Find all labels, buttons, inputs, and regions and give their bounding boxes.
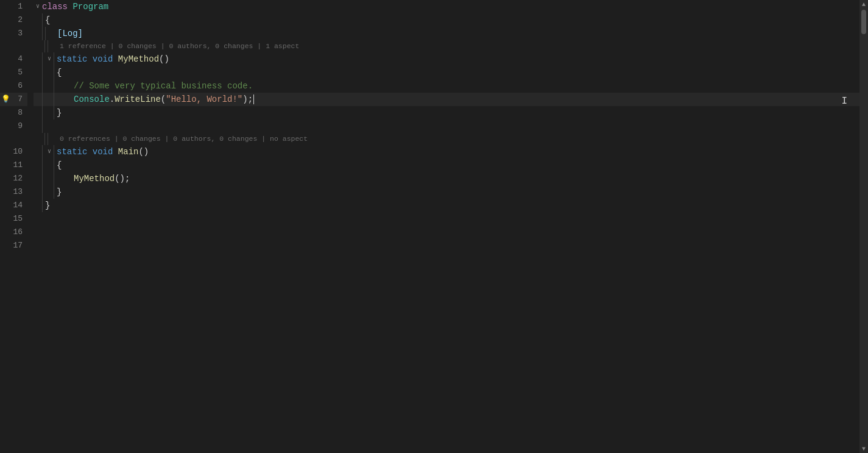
line-num-2: 2	[0, 13, 27, 27]
code-line-9[interactable]	[34, 119, 859, 133]
line-num-5: 5	[0, 66, 27, 79]
class-name: Program	[72, 0, 108, 13]
code-line-8[interactable]: }	[34, 106, 859, 119]
line-num-17: 17	[0, 239, 27, 252]
line-num-15: 15	[0, 212, 27, 226]
collapse-btn-10[interactable]: ∨	[45, 145, 54, 159]
line-num-6: 6	[0, 79, 27, 93]
line-num-14: 14	[0, 199, 27, 212]
code-line-10[interactable]: ∨ static void Main()	[34, 145, 859, 159]
code-line-1[interactable]: ∨ class Program	[34, 0, 859, 13]
code-line-12[interactable]: MyMethod();	[34, 172, 859, 185]
line-num-8: 8	[0, 106, 27, 119]
indent-guide	[42, 52, 43, 66]
editor: 1 2 3 4 5 6 💡 7 8 9 10 11 12 13 14	[0, 0, 868, 453]
collapse-btn-1[interactable]: ∨	[34, 0, 42, 13]
keyword-class: class	[42, 0, 72, 13]
lightbulb-icon[interactable]: 💡	[1, 93, 10, 106]
code-line-6[interactable]: // Some very typical business code.	[34, 79, 859, 93]
meta-line-2[interactable]: 0 references | 0 changes | 0 authors, 0 …	[34, 133, 859, 145]
line-num-1: 1	[0, 0, 27, 13]
code-line-3[interactable]: [Log]	[34, 27, 859, 40]
line-num-13: 13	[0, 185, 27, 199]
code-line-4[interactable]: ∨ static void MyMethod()	[34, 52, 859, 66]
meta-line-1[interactable]: 1 reference | 0 changes | 0 authors, 0 c…	[34, 40, 859, 52]
meta-text-2: 0 references | 0 changes | 0 authors, 0 …	[60, 133, 308, 145]
code-line-5[interactable]: {	[34, 66, 859, 79]
line-gutter: 1 2 3 4 5 6 💡 7 8 9 10 11 12 13 14	[0, 0, 34, 453]
code-line-15[interactable]	[34, 212, 859, 226]
code-line-17[interactable]	[34, 239, 859, 252]
scroll-thumb[interactable]	[861, 10, 866, 34]
line-num-9: 9	[0, 119, 27, 133]
line-num-4: 4	[0, 52, 27, 66]
code-line-13[interactable]: }	[34, 185, 859, 199]
vertical-scrollbar[interactable]: ▲ ▼	[859, 0, 868, 453]
line-num-10: 10	[0, 145, 27, 159]
line-num-12: 12	[0, 172, 27, 185]
line-num-7: 💡 7	[0, 93, 27, 106]
code-line-7[interactable]: Console.WriteLine("Hello, World!"); I	[34, 93, 859, 106]
collapse-btn-4[interactable]: ∨	[45, 52, 54, 66]
line-num-11: 11	[0, 159, 27, 172]
line-num-meta-1	[0, 40, 27, 52]
indent-guide-2	[45, 27, 46, 40]
code-line-16[interactable]	[34, 226, 859, 239]
text-cursor	[253, 95, 254, 104]
code-editor[interactable]: ∨ class Program { [Log] 1 reference | 0 …	[34, 0, 859, 453]
indent-guide-2	[54, 145, 54, 159]
code-line-2[interactable]: {	[34, 13, 859, 27]
indent-guide-2	[54, 52, 54, 66]
meta-text-1: 1 reference | 0 changes | 0 authors, 0 c…	[60, 40, 299, 52]
indent-guide	[42, 13, 43, 27]
scroll-up-arrow[interactable]: ▲	[859, 0, 868, 9]
code-line-11[interactable]: {	[34, 159, 859, 172]
line-num-3: 3	[0, 27, 27, 40]
line-num-meta-2	[0, 133, 27, 145]
indent-guide	[42, 27, 43, 40]
scroll-down-arrow[interactable]: ▼	[859, 444, 868, 453]
line-num-16: 16	[0, 226, 27, 239]
code-line-14[interactable]: }	[34, 199, 859, 212]
